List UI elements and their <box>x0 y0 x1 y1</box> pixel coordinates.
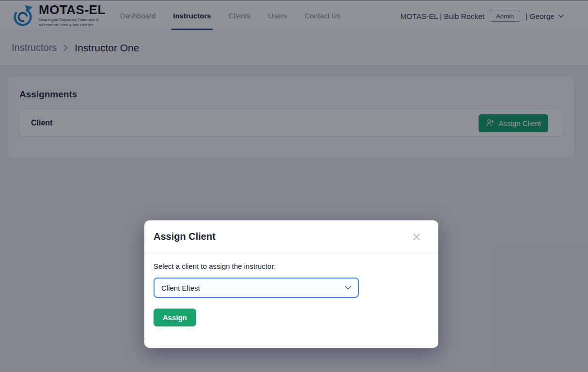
modal-title: Assign Client <box>154 231 216 242</box>
assign-button[interactable]: Assign <box>154 309 196 326</box>
client-select[interactable]: Client Eltest <box>154 278 359 298</box>
modal-close-button[interactable] <box>411 232 422 242</box>
assign-client-modal: Assign Client Select a client to assign … <box>144 220 438 348</box>
select-client-label: Select a client to assign the instructor… <box>154 262 429 270</box>
client-select-value: Client Eltest <box>161 284 200 292</box>
close-icon <box>412 232 421 241</box>
modal-body: Select a client to assign the instructor… <box>144 252 438 336</box>
modal-header: Assign Client <box>144 220 438 252</box>
chevron-down-icon <box>345 286 351 290</box>
